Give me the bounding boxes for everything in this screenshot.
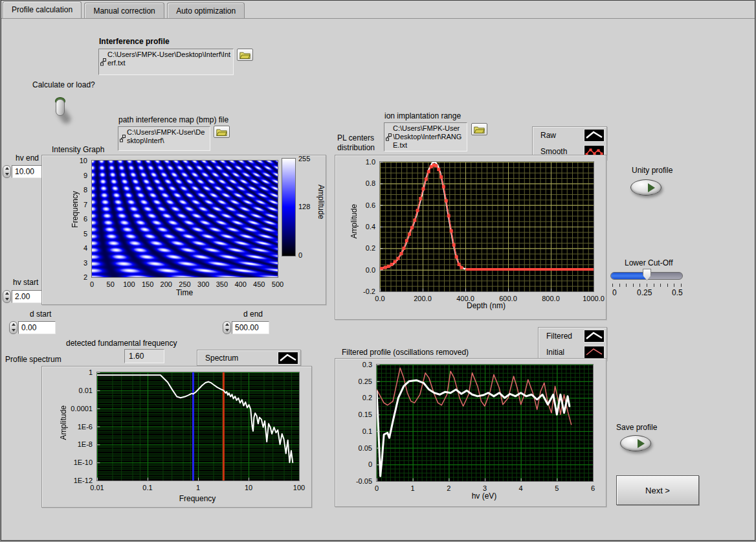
tick-label: 500 bbox=[272, 280, 284, 288]
filtered-legend-filtered-sample[interactable] bbox=[584, 330, 605, 343]
interference-profile-browse-button[interactable] bbox=[237, 49, 253, 61]
spectrum-x-axis-label: Frequency bbox=[179, 494, 216, 503]
tab-manual-correction[interactable]: Manual correction bbox=[84, 3, 164, 18]
spectrum-panel: 0.010.111010010.010.00011E-61E-81E-101E-… bbox=[41, 366, 312, 508]
d-start-label: d start bbox=[30, 310, 51, 319]
spectrum-plot-canvas[interactable] bbox=[96, 372, 300, 481]
calculate-or-load-label: Calculate or load? bbox=[32, 80, 95, 89]
path-type-icon bbox=[386, 133, 392, 141]
pl-legend-raw-row[interactable]: Raw bbox=[533, 127, 606, 143]
bmp-file-label: path interference map (bmp) file bbox=[118, 115, 228, 124]
intensity-y-axis-label: Frequency bbox=[71, 191, 80, 228]
tick-label: 2 bbox=[447, 484, 450, 492]
tick-label: 1 bbox=[196, 484, 200, 491]
app-window: Profile calculation Manual correction Au… bbox=[1, 0, 755, 541]
tab-bar: Profile calculation Manual correction Au… bbox=[3, 1, 245, 19]
tick-label: 400 bbox=[234, 280, 246, 288]
tick-label: 1E-6 bbox=[78, 423, 93, 431]
bmp-file-path-text: C:\Users\FMPK-User\Desktop\Interf\ bbox=[127, 128, 205, 144]
spectrum-legend-sample[interactable] bbox=[278, 352, 298, 365]
hv-end-spinner[interactable] bbox=[3, 165, 11, 178]
tick-label: 7 bbox=[83, 201, 87, 209]
d-end-spinner[interactable] bbox=[223, 321, 231, 334]
tick-label: 3 bbox=[83, 259, 87, 267]
tick-label: 1E-10 bbox=[74, 458, 93, 466]
tab-profile-calculation[interactable]: Profile calculation bbox=[3, 1, 82, 18]
tab-auto-optimization[interactable]: Auto optimization bbox=[167, 3, 245, 18]
intensity-graph-panel: 0501001502002503003504004505001098765432… bbox=[41, 155, 326, 305]
decrement-icon[interactable] bbox=[12, 329, 16, 332]
tick-label: 100 bbox=[123, 280, 135, 288]
spectrum-plot[interactable]: 0.010.111010010.010.00011E-61E-81E-101E-… bbox=[96, 372, 300, 481]
increment-icon[interactable] bbox=[5, 292, 9, 295]
tick-label: 150 bbox=[142, 280, 153, 288]
tick-label: 450 bbox=[253, 280, 265, 288]
d-end-input[interactable]: 500.00 bbox=[232, 321, 269, 334]
spectrum-legend[interactable]: Spectrum bbox=[197, 350, 301, 366]
filtered-plot-canvas bbox=[376, 364, 594, 482]
marker-sample-icon bbox=[597, 149, 600, 152]
intensity-x-axis-label: Time bbox=[176, 288, 193, 297]
pl-plot: 0.0200.0400.0600.0800.01000.01.00.80.60.… bbox=[379, 161, 594, 292]
line-sample-icon bbox=[586, 349, 602, 355]
tick-label: 5 bbox=[555, 484, 559, 492]
decrement-icon[interactable] bbox=[5, 173, 9, 175]
tick-label: 1 bbox=[89, 368, 93, 376]
hv-end-label: hv end bbox=[16, 153, 39, 163]
tick-label: 0 bbox=[298, 251, 302, 259]
increment-icon[interactable] bbox=[5, 167, 9, 170]
tick-label: 1000.0 bbox=[583, 295, 605, 302]
unity-profile-button[interactable] bbox=[630, 179, 662, 196]
d-start-spinner[interactable] bbox=[9, 321, 17, 334]
increment-icon[interactable] bbox=[12, 323, 16, 326]
colorbar-label: Amplitude bbox=[317, 185, 326, 219]
tick-label: 1E-8 bbox=[78, 440, 93, 448]
d-start-input[interactable]: 0.00 bbox=[18, 321, 56, 334]
filtered-plot: 01234560.30.250.20.150.10.050-0.05 bbox=[376, 364, 594, 482]
filtered-legend-filtered-label: Filtered bbox=[546, 332, 572, 341]
tick-label: 1E-12 bbox=[74, 477, 93, 484]
ion-range-path-input[interactable]: C:\Users\FMPK-User\Desktop\Interf\RANGE.… bbox=[384, 122, 467, 152]
pl-legend-raw-sample[interactable] bbox=[584, 129, 605, 142]
decrement-icon[interactable] bbox=[5, 298, 9, 300]
filtered-legend-filtered-row[interactable]: Filtered bbox=[539, 328, 606, 344]
tick-label: 4 bbox=[519, 484, 523, 492]
increment-icon[interactable] bbox=[225, 323, 229, 326]
line-sample-icon bbox=[586, 333, 602, 339]
hv-start-spinner[interactable] bbox=[3, 290, 11, 303]
toggle-knob[interactable] bbox=[56, 99, 65, 116]
tick-label: 0.0001 bbox=[71, 405, 93, 412]
tick-label: 0.01 bbox=[90, 484, 104, 491]
tick-label: 200 bbox=[161, 280, 172, 288]
slider-ruler bbox=[612, 284, 682, 287]
calculate-load-toggle[interactable] bbox=[53, 97, 75, 126]
tick-label: 1.0 bbox=[366, 158, 375, 166]
ion-range-browse-button[interactable] bbox=[471, 123, 487, 135]
filtered-legend[interactable]: Filtered Initial bbox=[538, 327, 607, 361]
tick-label: 300 bbox=[197, 280, 209, 288]
ion-range-label: ion implantation range bbox=[384, 111, 461, 120]
decrement-icon[interactable] bbox=[225, 329, 229, 332]
tick-label: 0 bbox=[375, 484, 379, 492]
colorbar: 2551280 bbox=[282, 158, 296, 256]
tick-label: 6 bbox=[591, 484, 595, 492]
bmp-file-browse-button[interactable] bbox=[214, 126, 230, 138]
filtered-legend-initial-sample[interactable] bbox=[584, 346, 605, 359]
slider-mid-label: 0.25 bbox=[637, 288, 652, 297]
pl-y-axis-label: Amplitude bbox=[350, 204, 359, 238]
ion-range-path-text: C:\Users\FMPK-User\Desktop\Interf\RANGE.… bbox=[393, 124, 461, 149]
pl-x-axis-label: Depth (nm) bbox=[467, 301, 506, 310]
line-sample-icon bbox=[280, 355, 296, 361]
tick-label: 0.4 bbox=[366, 223, 375, 231]
save-profile-button[interactable] bbox=[620, 435, 651, 451]
pl-plot-canvas bbox=[379, 161, 594, 292]
lower-cutoff-slider[interactable] bbox=[610, 270, 683, 282]
bmp-file-path-input[interactable]: C:\Users\FMPK-User\Desktop\Interf\ bbox=[118, 126, 210, 151]
interference-profile-path-input[interactable]: C:\Users\FMPK-User\Desktop\Interf\Interf… bbox=[98, 49, 234, 75]
folder-open-icon bbox=[474, 126, 485, 133]
tick-label: -0.2 bbox=[363, 288, 375, 295]
tick-label: 128 bbox=[298, 203, 310, 210]
next-button[interactable]: Next > bbox=[616, 475, 699, 505]
intensity-plot: 0501001502002503003504004505001098765432 bbox=[91, 160, 278, 278]
interference-profile-label: Interference profile bbox=[99, 37, 170, 46]
